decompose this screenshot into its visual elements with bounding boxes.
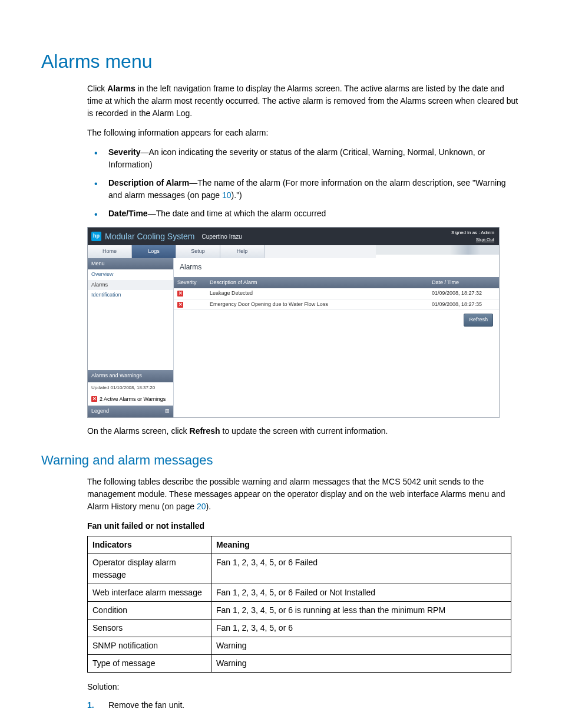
alarm-dt: 01/09/2008, 18:27:32 — [428, 288, 499, 299]
page-title: Alarms menu — [41, 47, 521, 75]
alarm-desc: Emergency Door Opening due to Water Flow… — [206, 299, 428, 310]
bullet-severity: Severity—An icon indicating the severity… — [87, 146, 521, 171]
table-row: ✕ Emergency Door Opening due to Water Fl… — [174, 299, 499, 310]
critical-icon: ✕ — [177, 302, 183, 308]
sidebar-active-alarms: ✕ 2 Active Alarms or Warnings — [88, 393, 173, 406]
col-datetime: Date / Time — [428, 277, 499, 289]
sidebar-aw-head: Alarms and Warnings — [88, 370, 173, 382]
table-title: Fan unit failed or not installed — [87, 520, 521, 532]
page-link[interactable]: 10 — [222, 190, 232, 200]
step-1: Remove the fan unit. — [87, 699, 521, 711]
sidebar: Menu Overview Alarms Identification Alar… — [88, 258, 174, 417]
expand-icon: ⊞ — [165, 407, 170, 416]
section-title: Warning and alarm messages — [41, 450, 521, 470]
label: Date/Time — [108, 209, 148, 218]
tab-logs[interactable]: Logs — [132, 245, 176, 258]
table-row: ConditionFan 1, 2, 3, 4, 5, or 6 is runn… — [88, 601, 511, 619]
th-indicators: Indicators — [88, 536, 211, 554]
label: Description of Alarm — [108, 178, 189, 187]
app-header: hp Modular Cooling System Cupertino Iraz… — [88, 228, 499, 245]
solution-label: Solution: — [87, 681, 521, 693]
bullet-datetime: Date/Time—The date and time at which the… — [87, 207, 521, 220]
cell-v: Warning — [211, 637, 511, 654]
table-row: ✕ Leakage Detected 01/09/2008, 18:27:32 — [174, 288, 499, 299]
critical-icon: ✕ — [91, 396, 97, 402]
th-meaning: Meaning — [211, 536, 511, 554]
main-title: Alarms — [174, 258, 499, 277]
sidebar-item-alarms[interactable]: Alarms — [88, 280, 173, 291]
tab-home[interactable]: Home — [88, 245, 132, 258]
bullet-description: Description of Alarm—The name of the ala… — [87, 177, 521, 202]
label: Severity — [108, 147, 140, 157]
table-row: Operator display alarm messageFan 1, 2, … — [88, 554, 511, 584]
sidebar-legend[interactable]: Legend ⊞ — [88, 406, 173, 417]
sign-out-link[interactable]: Sign Out — [451, 236, 494, 243]
sidebar-item-overview[interactable]: Overview — [88, 269, 173, 280]
table-row: SensorsFan 1, 2, 3, 4, 5, or 6 — [88, 619, 511, 637]
app-subtitle: Cupertino Irazu — [202, 232, 242, 241]
alarms-bold: Alarms — [107, 84, 135, 93]
page-link[interactable]: 20 — [197, 502, 206, 511]
alarm-desc: Leakage Detected — [206, 288, 428, 299]
legend-label: Legend — [91, 407, 109, 416]
cell-v: Fan 1, 2, 3, 4, 5, or 6 — [211, 619, 511, 637]
text: On the Alarms screen, click — [87, 426, 190, 436]
cell-v: Fan 1, 2, 3, 4, 5, or 6 Failed or Not In… — [211, 584, 511, 601]
cell-v: Fan 1, 2, 3, 4, 5, or 6 Failed — [211, 554, 511, 584]
tab-bar: Home Logs Setup Help — [88, 245, 376, 258]
text: ). — [206, 502, 211, 511]
section-intro: The following tables describe the possib… — [87, 476, 521, 513]
table-row: Web interface alarm messageFan 1, 2, 3, … — [88, 584, 511, 601]
solution-steps: Remove the fan unit. — [87, 699, 521, 711]
sidebar-updated: Updated 01/10/2008, 18:37:20 — [88, 382, 173, 393]
hp-logo-icon: hp — [91, 232, 101, 241]
text: —An icon indicating the severity or stat… — [108, 147, 485, 169]
header-graphic — [376, 245, 499, 255]
cell-k: Type of message — [88, 654, 211, 672]
tab-help[interactable]: Help — [220, 245, 265, 258]
cell-k: Web interface alarm message — [88, 584, 211, 601]
intro-paragraph: Click Alarms in the left navigation fram… — [87, 83, 521, 120]
critical-icon: ✕ — [177, 291, 183, 297]
cell-k: Sensors — [88, 619, 211, 637]
signed-in-as: Signed in as : Admin — [451, 229, 494, 236]
text: —The date and time at which the alarm oc… — [148, 209, 326, 218]
alarm-fields-list: Severity—An icon indicating the severity… — [87, 146, 521, 220]
table-row: SNMP notificationWarning — [88, 637, 511, 654]
alarm-table: Severity Description of Alarm Date / Tim… — [174, 277, 499, 311]
text: in the left navigation frame to display … — [87, 84, 518, 118]
refresh-bold: Refresh — [190, 426, 220, 436]
col-description: Description of Alarm — [206, 277, 428, 289]
cell-k: SNMP notification — [88, 637, 211, 654]
refresh-paragraph: On the Alarms screen, click Refresh to u… — [87, 425, 521, 437]
alarm-dt: 01/09/2008, 18:27:35 — [428, 299, 499, 310]
active-count: 2 Active Alarms or Warnings — [100, 396, 166, 404]
cell-k: Operator display alarm message — [88, 554, 211, 584]
app-title: Modular Cooling System — [105, 230, 195, 243]
cell-v: Fan 1, 2, 3, 4, 5, or 6 is running at le… — [211, 601, 511, 619]
info-paragraph: The following information appears for ea… — [87, 127, 521, 139]
refresh-button[interactable]: Refresh — [464, 314, 493, 327]
table-row: Type of messageWarning — [88, 654, 511, 672]
sidebar-menu-head: Menu — [88, 258, 173, 270]
app-screenshot: hp Modular Cooling System Cupertino Iraz… — [87, 227, 500, 418]
text: The following tables describe the possib… — [87, 477, 505, 511]
text: to update the screen with current inform… — [220, 426, 388, 436]
sidebar-item-identification[interactable]: Identification — [88, 290, 173, 301]
tab-setup[interactable]: Setup — [176, 245, 220, 258]
cell-v: Warning — [211, 654, 511, 672]
fan-table: Indicators Meaning Operator display alar… — [87, 536, 511, 673]
main-panel: Alarms Severity Description of Alarm Dat… — [174, 258, 499, 417]
cell-k: Condition — [88, 601, 211, 619]
text: Click — [87, 84, 107, 93]
col-severity: Severity — [174, 277, 206, 289]
text: ).") — [232, 190, 242, 200]
